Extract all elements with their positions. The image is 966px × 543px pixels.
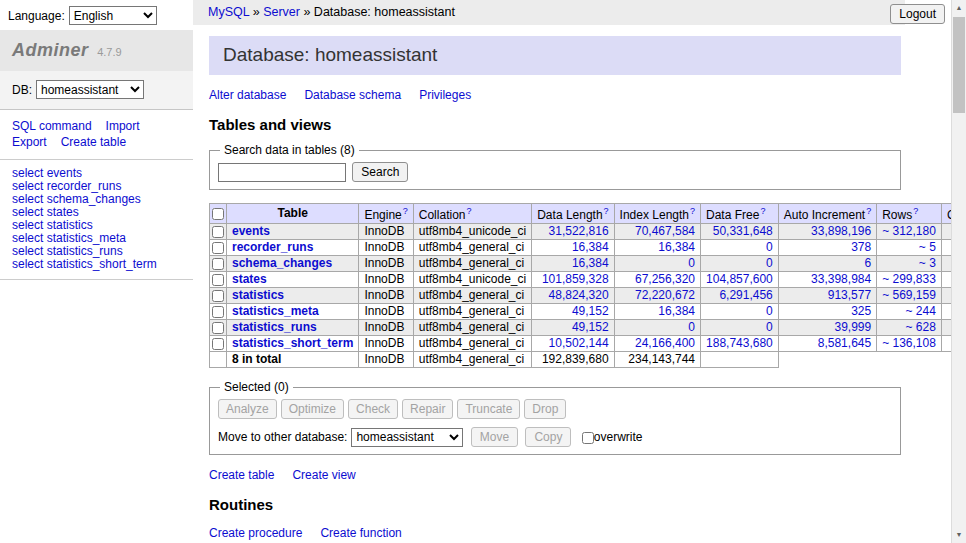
auto-increment-link[interactable]: 39,999 xyxy=(834,320,871,334)
data-length-link[interactable]: 16,384 xyxy=(572,240,609,254)
copy-button[interactable]: Copy xyxy=(525,427,571,447)
db-action-alter-database[interactable]: Alter database xyxy=(209,88,286,102)
help-icon[interactable]: ? xyxy=(913,206,918,216)
auto-increment-link[interactable]: 378 xyxy=(851,240,871,254)
auto-increment-link[interactable]: 913,577 xyxy=(828,288,871,302)
data-length-link[interactable]: 10,502,144 xyxy=(549,336,609,350)
data-length-link[interactable]: 48,824,320 xyxy=(549,288,609,302)
index-length-link[interactable]: 70,467,584 xyxy=(635,224,695,238)
row-checkbox[interactable] xyxy=(212,274,224,286)
rows-count-link[interactable]: ~ 628 xyxy=(906,320,936,334)
index-length-link[interactable]: 16,384 xyxy=(658,304,695,318)
bottom-create-view[interactable]: Create view xyxy=(292,468,355,482)
rows-count-link[interactable]: ~ 244 xyxy=(906,304,936,318)
data-free-link[interactable]: 104,857,600 xyxy=(706,272,773,286)
scrollbar[interactable]: ▲ ▼ xyxy=(951,0,966,543)
rows-count-link[interactable]: ~ 5 xyxy=(919,240,936,254)
help-icon[interactable]: ? xyxy=(760,206,765,216)
data-free-link[interactable]: 0 xyxy=(766,256,773,270)
rows-count-link[interactable]: ~ 299,833 xyxy=(882,272,936,286)
index-length-link[interactable]: 0 xyxy=(688,256,695,270)
index-length-link[interactable]: 72,220,672 xyxy=(635,288,695,302)
select-all-checkbox[interactable] xyxy=(212,208,224,220)
table-link-statistics-meta[interactable]: statistics_meta xyxy=(232,304,319,318)
sidebar-link-export[interactable]: Export xyxy=(12,135,47,149)
table-link-statistics-runs[interactable]: statistics_runs xyxy=(232,320,317,334)
overwrite-checkbox[interactable] xyxy=(582,432,594,444)
move-db-select[interactable]: homeassistant xyxy=(351,428,463,447)
index-length-link[interactable]: 67,256,320 xyxy=(635,272,695,286)
auto-increment-link[interactable]: 8,581,645 xyxy=(818,336,871,350)
index-length-link[interactable]: 24,166,400 xyxy=(635,336,695,350)
breadcrumb-link-mysql[interactable]: MySQL xyxy=(208,5,249,19)
routine-create-procedure[interactable]: Create procedure xyxy=(209,526,302,540)
help-icon[interactable]: ? xyxy=(604,206,609,216)
search-input[interactable] xyxy=(218,163,346,182)
row-checkbox[interactable] xyxy=(212,226,224,238)
data-length-link[interactable]: 49,152 xyxy=(572,304,609,318)
data-length-link[interactable]: 31,522,816 xyxy=(549,224,609,238)
optimize-button[interactable]: Optimize xyxy=(281,399,344,419)
sidebar-select-statistics-short-term[interactable]: select statistics_short_term xyxy=(12,258,181,271)
data-free-cell: 188,743,680 xyxy=(701,336,779,352)
index-length-link[interactable]: 16,384 xyxy=(658,240,695,254)
table-link-events[interactable]: events xyxy=(232,224,270,238)
db-action-database-schema[interactable]: Database schema xyxy=(304,88,401,102)
auto-increment-link[interactable]: 325 xyxy=(851,304,871,318)
data-length-link[interactable]: 101,859,328 xyxy=(542,272,609,286)
table-link-statistics-short-term[interactable]: statistics_short_term xyxy=(232,336,353,350)
data-free-link[interactable]: 0 xyxy=(766,304,773,318)
column-label: Data Free xyxy=(706,208,759,222)
rows-count-link[interactable]: ~ 312,180 xyxy=(882,224,936,238)
drop-button[interactable]: Drop xyxy=(524,399,566,419)
data-free-link[interactable]: 50,331,648 xyxy=(713,224,773,238)
data-length-link[interactable]: 16,384 xyxy=(572,256,609,270)
auto-increment-link[interactable]: 6 xyxy=(864,256,871,270)
table-link-states[interactable]: states xyxy=(232,272,267,286)
row-checkbox[interactable] xyxy=(212,322,224,334)
bottom-create-table[interactable]: Create table xyxy=(209,468,274,482)
data-free-link[interactable]: 0 xyxy=(766,240,773,254)
data-free-link[interactable]: 188,743,680 xyxy=(706,336,773,350)
row-checkbox[interactable] xyxy=(212,306,224,318)
db-action-privileges[interactable]: Privileges xyxy=(419,88,471,102)
breadcrumb-link-server[interactable]: Server xyxy=(263,5,300,19)
data-free-link[interactable]: 6,291,456 xyxy=(719,288,772,302)
data-length-link[interactable]: 49,152 xyxy=(572,320,609,334)
row-checkbox[interactable] xyxy=(212,338,224,350)
analyze-button[interactable]: Analyze xyxy=(218,399,277,419)
help-icon[interactable]: ? xyxy=(466,206,471,216)
index-length-link[interactable]: 0 xyxy=(688,320,695,334)
routine-create-function[interactable]: Create function xyxy=(320,526,401,540)
move-button[interactable]: Move xyxy=(471,427,518,447)
help-icon[interactable]: ? xyxy=(690,206,695,216)
auto-increment-link[interactable]: 33,398,984 xyxy=(811,272,871,286)
table-link-recorder-runs[interactable]: recorder_runs xyxy=(232,240,313,254)
rows-count-link[interactable]: ~ 136,108 xyxy=(882,336,936,350)
data-free-link[interactable]: 0 xyxy=(766,320,773,334)
row-checkbox[interactable] xyxy=(212,290,224,302)
check-button[interactable]: Check xyxy=(348,399,398,419)
logout-button[interactable]: Logout xyxy=(890,4,945,24)
search-button[interactable]: Search xyxy=(352,162,408,182)
scrollbar-down-arrow[interactable]: ▼ xyxy=(952,527,966,543)
repair-button[interactable]: Repair xyxy=(402,399,453,419)
scrollbar-thumb[interactable] xyxy=(953,17,965,113)
sidebar-link-import[interactable]: Import xyxy=(106,119,140,133)
rows-count-link[interactable]: ~ 3 xyxy=(919,256,936,270)
help-icon[interactable]: ? xyxy=(866,206,871,216)
table-link-statistics[interactable]: statistics xyxy=(232,288,284,302)
table-link-schema-changes[interactable]: schema_changes xyxy=(232,256,332,270)
db-select[interactable]: homeassistant xyxy=(36,80,144,99)
help-icon[interactable]: ? xyxy=(403,206,408,216)
row-checkbox[interactable] xyxy=(212,258,224,270)
sidebar-link-create-table[interactable]: Create table xyxy=(61,135,126,149)
sidebar-link-sql-command[interactable]: SQL command xyxy=(12,119,92,133)
rows-count-link[interactable]: ~ 569,159 xyxy=(882,288,936,302)
row-checkbox[interactable] xyxy=(212,242,224,254)
auto-increment-link[interactable]: 33,898,196 xyxy=(811,224,871,238)
language-select[interactable]: English xyxy=(69,6,157,25)
scrollbar-up-arrow[interactable]: ▲ xyxy=(952,0,966,16)
table-row-statistics-meta: statistics_metaInnoDButf8mb4_general_ci4… xyxy=(210,304,966,320)
truncate-button[interactable]: Truncate xyxy=(457,399,520,419)
